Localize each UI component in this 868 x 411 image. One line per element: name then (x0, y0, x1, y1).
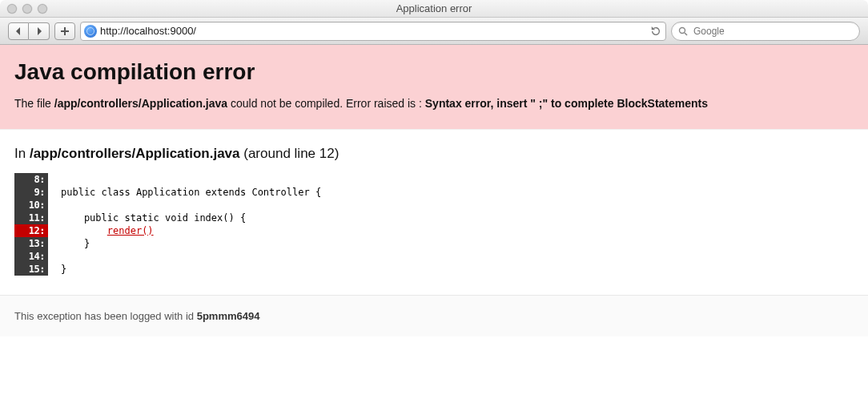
address-bar[interactable]: http://localhost:9000/ (80, 22, 666, 41)
line-number: 11: (14, 212, 48, 224)
line-content (48, 199, 61, 212)
code-line: 14: (14, 250, 854, 263)
log-id: 5pmmm6494 (197, 310, 260, 322)
code-line: 8: (14, 173, 854, 186)
line-number: 9: (14, 186, 48, 199)
search-field[interactable] (671, 22, 860, 41)
line-content (48, 250, 61, 263)
plus-icon (61, 27, 69, 35)
browser-window: Application error http://localhost:9000/ (0, 0, 868, 411)
window-controls (7, 4, 47, 14)
error-description: The file /app/controllers/Application.ja… (14, 96, 854, 111)
line-content: public static void index() { (48, 212, 246, 224)
code-line: 9:public class Application extends Contr… (14, 186, 854, 199)
error-token: render() (107, 225, 154, 236)
search-icon (678, 26, 688, 36)
line-content: } (48, 263, 66, 276)
line-number: 10: (14, 199, 48, 212)
reload-button[interactable] (649, 25, 662, 38)
error-heading: Java compilation error (14, 59, 854, 85)
line-content (48, 173, 61, 186)
close-window-button[interactable] (7, 4, 17, 14)
error-reason: Syntax error, insert " ;" to complete Bl… (425, 97, 708, 110)
forward-button[interactable] (29, 22, 50, 40)
exception-log-footer: This exception has been logged with id 5… (0, 295, 868, 336)
chevron-left-icon (14, 27, 22, 35)
search-input[interactable] (692, 25, 853, 38)
titlebar: Application error (0, 0, 868, 18)
minimize-window-button[interactable] (22, 4, 32, 14)
line-content: render() (48, 224, 154, 237)
code-listing: 8:9:public class Application extends Con… (14, 173, 854, 276)
code-location-file: /app/controllers/Application.java (30, 146, 240, 161)
code-location-suffix: (around line 12) (240, 146, 340, 161)
zoom-window-button[interactable] (38, 4, 47, 14)
line-number: 14: (14, 250, 48, 263)
code-line: 13: } (14, 237, 854, 250)
line-number: 15: (14, 263, 48, 276)
url-text[interactable]: http://localhost:9000/ (100, 25, 646, 37)
globe-icon (84, 25, 97, 38)
error-desc-mid: could not be compiled. Error raised is : (227, 97, 425, 110)
code-line: 11: public static void index() { (14, 212, 854, 224)
chevron-right-icon (35, 27, 43, 35)
error-file-path: /app/controllers/Application.java (54, 97, 227, 110)
line-number: 13: (14, 237, 48, 250)
add-bookmark-button[interactable] (54, 22, 75, 40)
line-number: 12: (14, 224, 48, 237)
log-prefix: This exception has been logged with id (14, 310, 197, 322)
window-title: Application error (0, 2, 868, 14)
code-line: 10: (14, 199, 854, 212)
back-button[interactable] (8, 22, 29, 40)
code-line: 12: render() (14, 224, 854, 237)
code-location: In /app/controllers/Application.java (ar… (14, 146, 854, 162)
reload-icon (650, 26, 661, 37)
line-content: } (48, 237, 90, 250)
line-content: public class Application extends Control… (48, 186, 321, 199)
error-desc-prefix: The file (14, 97, 54, 110)
nav-buttons (8, 22, 50, 40)
code-line: 15:} (14, 263, 854, 276)
code-location-prefix: In (14, 146, 30, 161)
svg-point-0 (680, 27, 685, 33)
code-section: In /app/controllers/Application.java (ar… (0, 130, 868, 276)
error-banner: Java compilation error The file /app/con… (0, 45, 868, 130)
svg-line-1 (685, 33, 687, 35)
page-content[interactable]: Java compilation error The file /app/con… (0, 45, 868, 411)
browser-toolbar: http://localhost:9000/ (0, 18, 868, 45)
line-number: 8: (14, 173, 48, 186)
